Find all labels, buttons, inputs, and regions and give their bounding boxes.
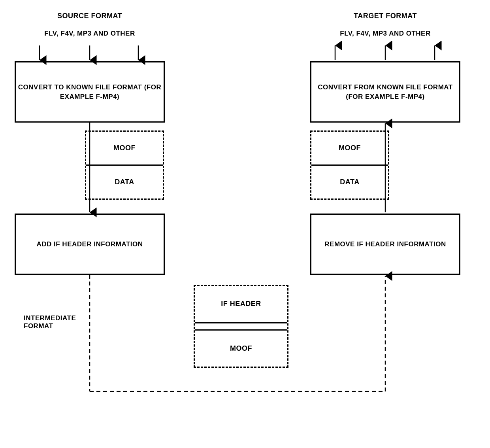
if-header-moof-box: IF HEADER MOOF [194, 285, 288, 368]
moof-bottom-label: MOOF [195, 331, 287, 367]
source-formats-label: FLV, F4V, MP3 AND OTHER [15, 30, 165, 38]
if-header-label: IF HEADER [195, 286, 287, 322]
target-formats-label: FLV, F4V, MP3 AND OTHER [310, 30, 460, 38]
remove-header-box: REMOVE IF HEADER INFORMATION [310, 214, 460, 275]
convert-to-box: CONVERT TO KNOWN FILE FORMAT (FOR EXAMPL… [15, 61, 165, 123]
moof-data-box-right: MOOF DATA [310, 130, 389, 200]
intermediate-format-label: INTERMEDIATE FORMAT [24, 314, 95, 330]
diagram: SOURCE FORMAT TARGET FORMAT FLV, F4V, MP… [0, 0, 490, 448]
moof-label-left: MOOF [86, 132, 163, 164]
target-format-title: TARGET FORMAT [310, 12, 460, 20]
convert-from-box: CONVERT FROM KNOWN FILE FORMAT (FOR EXAM… [310, 61, 460, 123]
data-label-right: DATA [311, 166, 388, 198]
add-header-box: ADD IF HEADER INFORMATION [15, 214, 165, 275]
source-format-title: SOURCE FORMAT [15, 12, 165, 20]
moof-data-box-left: MOOF DATA [85, 130, 164, 200]
moof-label-right: MOOF [311, 132, 388, 164]
data-label-left: DATA [86, 166, 163, 198]
